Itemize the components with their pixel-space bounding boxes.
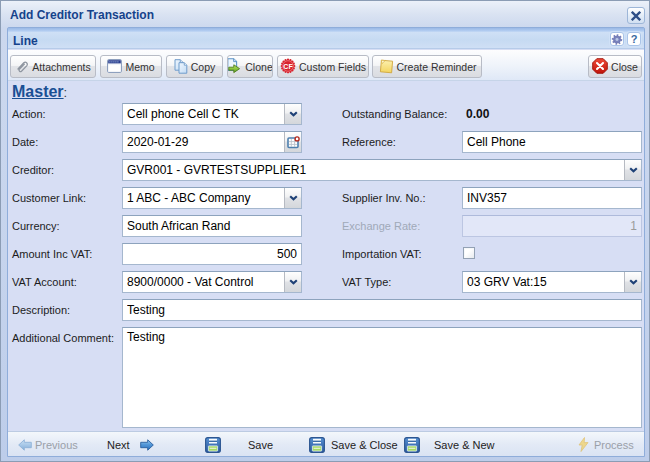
chevron-down-icon[interactable] (624, 272, 641, 292)
importation-vat-checkbox[interactable] (463, 247, 475, 259)
creditor-combo[interactable] (122, 159, 642, 181)
line-panel: Line ? Attachments Memo (7, 27, 645, 457)
svg-text:CF: CF (283, 63, 293, 70)
supplier-inv-no-input[interactable] (463, 188, 641, 208)
memo-icon (107, 59, 122, 73)
custom-fields-button[interactable]: CF Custom Fields (277, 55, 369, 78)
window-close-button[interactable] (627, 7, 645, 24)
create-reminder-button[interactable]: Create Reminder (372, 55, 482, 78)
outstanding-balance-value: 0.00 (466, 107, 489, 121)
reference-input[interactable] (463, 132, 641, 152)
memo-button[interactable]: Memo (100, 55, 162, 78)
chevron-down-icon[interactable] (624, 160, 641, 180)
next-button[interactable]: Next (107, 432, 154, 457)
close-x-icon (631, 11, 641, 21)
vat-type-combo[interactable] (462, 271, 642, 293)
supplier-inv-no-label: Supplier Inv. No.: (342, 192, 426, 204)
save-floppy-icon (309, 437, 325, 453)
arrow-right-icon (140, 439, 154, 451)
top-toolbar: Attachments Memo Copy Clone (8, 50, 644, 81)
customer-link-input[interactable] (123, 188, 284, 208)
vat-account-label: VAT Account: (12, 276, 77, 288)
currency-label: Currency: (12, 220, 60, 232)
process-button: Process (578, 432, 634, 457)
supplier-inv-no-field[interactable] (462, 187, 642, 209)
master-heading-text: Master (12, 83, 64, 100)
gear-icon (611, 33, 623, 46)
additional-comment-input[interactable]: Testing (123, 328, 641, 427)
paperclip-icon (15, 59, 29, 73)
description-input[interactable] (123, 300, 641, 320)
lightning-icon (578, 437, 589, 452)
description-field[interactable] (122, 299, 642, 321)
attachments-button[interactable]: Attachments (10, 55, 96, 78)
window-titlebar: Add Creditor Transaction (1, 1, 649, 29)
date-input[interactable] (123, 132, 284, 152)
description-label: Description: (12, 304, 70, 316)
custom-fields-seal-icon: CF (280, 58, 296, 74)
save-and-new-button[interactable]: Save & New (404, 432, 495, 457)
save-floppy-icon (404, 437, 420, 453)
reference-field[interactable] (462, 131, 642, 153)
date-field[interactable] (122, 131, 302, 153)
save-and-close-button[interactable]: Save & Close (309, 432, 398, 457)
chevron-down-icon[interactable] (284, 104, 301, 124)
action-label: Action: (12, 108, 46, 120)
bottom-toolbar: Previous Next Save Save & Close (8, 431, 644, 456)
copy-button[interactable]: Copy (166, 55, 223, 78)
clone-button[interactable]: Clone (227, 55, 273, 78)
vat-type-input[interactable] (463, 272, 624, 292)
amount-inc-vat-input[interactable] (123, 244, 301, 264)
amount-inc-vat-label: Amount Inc VAT: (12, 248, 92, 260)
close-octagon-icon (592, 58, 608, 74)
close-button[interactable]: Close (588, 55, 642, 78)
exchange-rate-input (463, 216, 641, 236)
sticky-note-icon (378, 59, 394, 74)
additional-comment-textarea[interactable]: Testing (122, 327, 642, 428)
master-heading: Master: (12, 83, 67, 101)
currency-input[interactable] (123, 216, 301, 236)
chevron-down-icon[interactable] (284, 188, 301, 208)
reference-label: Reference: (342, 136, 396, 148)
line-panel-title: Line (13, 34, 38, 48)
form-body: Master: Action: Outstanding Balance: 0.0… (8, 81, 644, 431)
window-title: Add Creditor Transaction (10, 8, 154, 22)
exchange-rate-field (462, 215, 642, 237)
arrow-left-icon (18, 439, 32, 451)
vat-account-combo[interactable] (122, 271, 302, 293)
amount-inc-vat-field[interactable] (122, 243, 302, 265)
outstanding-balance-label: Outstanding Balance: (342, 108, 447, 120)
currency-field[interactable] (122, 215, 302, 237)
vat-account-input[interactable] (123, 272, 284, 292)
clone-icon (227, 58, 242, 74)
exchange-rate-label: Exchange Rate: (342, 220, 420, 232)
date-label: Date: (12, 136, 38, 148)
action-input[interactable] (123, 104, 284, 124)
previous-button: Previous (18, 432, 78, 457)
help-button[interactable]: ? (627, 32, 641, 46)
action-combo[interactable] (122, 103, 302, 125)
vat-type-label: VAT Type: (342, 276, 391, 288)
copy-icon (174, 59, 188, 74)
question-mark-icon: ? (628, 33, 640, 45)
customer-link-combo[interactable] (122, 187, 302, 209)
creditor-input[interactable] (123, 160, 624, 180)
save-button[interactable]: Save (205, 432, 273, 457)
additional-comment-label: Additional Comment: (12, 332, 114, 344)
calendar-icon[interactable] (284, 132, 301, 152)
settings-gear-button[interactable] (610, 32, 624, 46)
customer-link-label: Customer Link: (12, 192, 86, 204)
creditor-label: Creditor: (12, 164, 54, 176)
line-panel-header: Line ? (8, 28, 644, 49)
importation-vat-label: Importation VAT: (342, 248, 422, 260)
svg-text:?: ? (631, 33, 638, 45)
add-creditor-transaction-window: Add Creditor Transaction Line ? Attachme… (0, 0, 650, 462)
chevron-down-icon[interactable] (284, 272, 301, 292)
save-floppy-icon (205, 437, 221, 453)
